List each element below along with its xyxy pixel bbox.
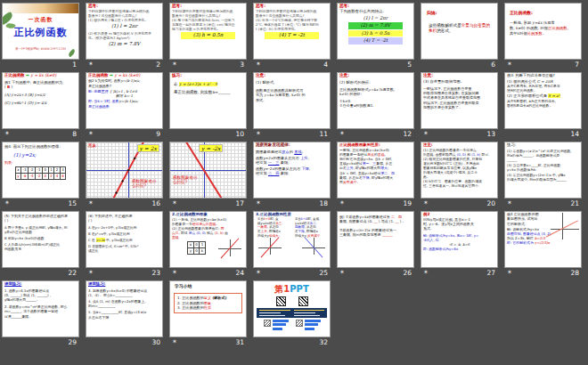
banner-text-bar xyxy=(294,310,325,311)
slide-thumbnail[interactable]: 注意:(2) 解析式的特征: 正比例函数解析式y=kx (k是常数,k≠0) 的… xyxy=(338,73,413,128)
slide-thumbnail[interactable]: 例) ①若函数y=kx的图象经过第 二、四象限, 则图象过点 (0, __ ) … xyxy=(338,212,413,267)
slide-thumbnail[interactable]: 注意:(1) 正比例函数的图象是一条过原点的直线, 画图时取两点 (0, 0) … xyxy=(421,142,497,198)
animation-indicator-icon[interactable]: ✶ xyxy=(172,270,177,276)
animation-indicator-icon[interactable]: ✶ xyxy=(172,61,177,68)
slide-thumbnail[interactable]: 一次函数正比例函数第一PPT模板网站 WWW.1PPT.COM xyxy=(3,4,78,59)
slide-thumbnail[interactable]: 思考:下列问题中的变量对应规律可用怎样的函数表示? 这些函数有什么共同点?(3)… xyxy=(170,4,246,59)
slide-strip: ✶4 xyxy=(254,59,330,70)
animation-indicator-icon[interactable]: ✶ xyxy=(423,270,429,276)
slide-strip: ✶19 xyxy=(338,198,413,209)
animation-indicator-icon[interactable]: ✶ xyxy=(507,61,512,68)
animation-indicator-icon[interactable]: ✶ xyxy=(172,339,177,345)
animation-indicator-icon[interactable]: ✶ xyxy=(423,200,429,207)
slide-thumbnail[interactable]: (5) 下列关于正比例函数的叙述正确的是( )A 两个变量x, y 成正比例时,… xyxy=(3,212,78,267)
x-axis xyxy=(551,229,579,230)
slide-cell: y = -2x函数图象有什么特征?✶17 xyxy=(170,142,246,209)
animation-indicator-icon[interactable]: ✶ xyxy=(339,270,345,276)
slide-thumbnail[interactable]: 例2已知y与x成正比例, 且当x=-1时, y=-6。求y与x之间的函数关系式.… xyxy=(421,212,497,267)
formula-row: (1) l = 2πr xyxy=(348,15,403,22)
animation-indicator-icon[interactable]: ✶ xyxy=(88,200,94,207)
text-line: (1) y=2x; xyxy=(12,152,78,158)
mini-graph xyxy=(302,238,325,255)
animation-indicator-icon[interactable]: ✶ xyxy=(256,61,261,68)
slide-thumbnail[interactable]: 课堂练习:3. 如果函数y=kx(k≠0) 的图象经过点(1, -4) 。那么k… xyxy=(86,281,162,337)
slide-strip: ✶18 xyxy=(254,198,330,209)
slide-thumbnail[interactable]: y = -2x函数图象有什么特征? xyxy=(170,142,246,198)
animation-indicator-icon[interactable]: ✶ xyxy=(339,131,345,137)
slide-thumbnail[interactable]: 2.正比例函数的图象(1) 一般地, 正比例函数y=kx (k≠0)的图象是一条… xyxy=(170,212,246,267)
text-line: 若 y = (a+3)x + a² - 9 xyxy=(172,82,246,87)
table-cell: k xyxy=(200,247,206,254)
text-span: , 从左向 xyxy=(267,225,279,229)
animation-indicator-icon[interactable]: ✶ xyxy=(507,270,512,276)
slide-cell: 正比例函数 ⇔ y = kx (k≠0)例2 k为何值时, 函数y=(k-1)x… xyxy=(86,73,162,140)
animation-indicator-icon[interactable]: ✶ xyxy=(4,131,10,137)
animation-indicator-icon[interactable]: ✶ xyxy=(256,200,261,207)
slide-thumbnail[interactable]: 例3: 判断下列说法是否正确?(1) 圆的周长公式 C = 2πR其中C是周长,… xyxy=(505,73,581,128)
text-span: (k是常数, xyxy=(378,87,395,92)
slide-thumbnail[interactable]: 观察图象发现规律:两图象都是经过原点的 直线;函数y=2x的图象从左向右 上升,… xyxy=(254,142,330,198)
text-span: 性, 三者知道其一, 就可知道其它两个. xyxy=(423,183,479,188)
slide-cell: 课堂练习:3. 如果函数y=kx(k≠0) 的图象经过点(1, -4) 。那么k… xyxy=(86,281,162,348)
slide-thumbnail[interactable]: 第1PPT xyxy=(254,281,330,337)
graph-caption: 函数图象有什么特征? xyxy=(173,175,198,185)
slide-thumbnail[interactable]: (6) 下列叙述中, 不正确的是( )A 在y=-2x+0中, y与x成正比例B… xyxy=(86,212,162,267)
slide-strip: ✶26 xyxy=(338,267,413,279)
slide-strip: 6 xyxy=(421,59,497,70)
qr-code xyxy=(298,296,308,306)
text-line: 经过第 一、三 象限; xyxy=(254,160,330,166)
slide-thumbnail[interactable]: 归纳:这些函数解析式是常量与自变量的乘积的形式。 xyxy=(421,4,497,59)
text-span: 第二、 xyxy=(310,222,320,225)
text-span: ______ xyxy=(507,158,517,162)
animation-indicator-icon[interactable]: ✶ xyxy=(172,200,177,207)
animation-indicator-icon[interactable]: ✶ xyxy=(256,131,261,137)
animation-indicator-icon[interactable]: ✶ xyxy=(88,131,94,137)
slide-thumbnail[interactable]: 例4 正比例函数的图象如图所示, 试写出它的解析式.解: 设解析式为y=kx由图… xyxy=(505,212,581,267)
slide-thumbnail[interactable]: 课堂练习:1. 函数y=6.5x的图象经过点(0, ______) 和点 (1,… xyxy=(3,281,78,337)
slide-thumbnail[interactable]: 正比例函数 ⇔ y = kx (k≠0)例2 k为何值时, 函数y=(k-1)x… xyxy=(86,73,162,128)
animation-indicator-icon[interactable]: ✶ xyxy=(88,61,94,68)
slide-thumbnail[interactable]: 正比例函数:一般地, 形如 y=kx (k是常数, k≠0) 的函数, 叫做正比… xyxy=(505,4,581,59)
animation-indicator-icon[interactable]: ✶ xyxy=(88,270,94,276)
text-line: A 在y=-2x+0中, y与x成正比例 xyxy=(86,225,162,230)
slide-thumbnail[interactable]: 正比例函数图象的性质: 一般地, 正比例函数y=kx (k≠0)的图象是一条经过… xyxy=(338,142,413,198)
animation-indicator-icon[interactable]: ✶ xyxy=(507,200,512,207)
text-span: 三象限, 则m的取值范围是 xyxy=(339,232,382,237)
text-span: 面积S是边长a的正比例函数。 xyxy=(507,103,553,108)
slide-thumbnail[interactable]: 练习:(1) 若函数y=(a-2)x^(a²-3)是正比例函数,则a的值为___… xyxy=(505,142,581,198)
text-line: 而反而减小。 xyxy=(338,180,413,184)
slide-number: 18 xyxy=(319,200,328,207)
animation-indicator-icon[interactable]: ✶ xyxy=(4,200,10,207)
slide-thumbnail[interactable]: 思考:下列问题中的变量对应规律可用怎样的函数表示? 这些函数有什么共同点?(1)… xyxy=(86,4,162,59)
slide-thumbnail[interactable]: 学习小结1. 正比例函数的定义 (解析式)2. 正比例函数的图象3. 正比例函数… xyxy=(170,281,246,337)
data-point xyxy=(115,191,118,194)
slide-cell: (5) 下列关于正比例函数的叙述正确的是( )A 两个变量x, y 成正比例时,… xyxy=(3,212,78,279)
text-line: 3. 正比例函数的性质 xyxy=(176,305,241,310)
text-span: 即: 它的解析式为 xyxy=(507,240,535,245)
animation-indicator-icon[interactable]: ✶ xyxy=(256,270,261,276)
text-span: 是正比例函数 xyxy=(88,104,110,109)
slide-number: 23 xyxy=(151,270,160,277)
animation-indicator-icon[interactable]: ✶ xyxy=(339,200,345,207)
link-cluster xyxy=(296,320,321,330)
slide-thumbnail[interactable]: 注意:(3) 自变量的取值范围。 一般情况下, 正比例函数自变量的取值范围是全体… xyxy=(421,73,497,128)
slide-thumbnail[interactable]: 练习:若 y = (a+3)x + a² - 9是正比例函数, 则实数a=___… xyxy=(170,73,246,128)
animation-indicator-icon[interactable]: ✶ xyxy=(423,131,429,137)
slide-strip: 32 xyxy=(254,337,330,348)
text-span: k≠0) 的特征: xyxy=(339,92,362,96)
slide-thumbnail[interactable]: y = 2x函数图象有什么特征?图象: xyxy=(86,142,162,198)
slide-strip: ✶11 xyxy=(254,128,330,140)
slide-strip: ✶2 xyxy=(86,59,162,70)
slide-thumbnail[interactable]: 正比例函数 ⇔ y = kx (k≠0)例1 下列函数中, 是正比例函数的为( … xyxy=(3,73,78,128)
slide-thumbnail[interactable]: 注意:(1) 解析式. 函数是正比例函数其解析式可化为 y=kx (k是常数, … xyxy=(254,73,330,128)
slide-number: 16 xyxy=(151,200,160,207)
formula-row: (1) l = 2πr xyxy=(97,23,151,30)
slide-thumbnail[interactable]: 思考:下列函数有什么共同特点。(1) l = 2πr(2) m = 7.8V(3… xyxy=(338,4,413,59)
slide-thumbnail[interactable]: 3.正比例函数的性质①当k>0时, 直线y=kx经过第三、一象限, 从左向右上升… xyxy=(254,212,330,267)
table-cell: -2 xyxy=(36,174,43,180)
slide-cell: 课堂练习:1. 函数y=6.5x的图象经过点(0, ______) 和点 (1,… xyxy=(3,281,78,348)
slide-thumbnail[interactable]: 例4: 画出下列正比例函数的图像:(1) y=2x;列表:x-3-2-10123… xyxy=(3,142,78,198)
text-span: (1, k) xyxy=(215,231,224,235)
slide-thumbnail[interactable]: 思考:下列问题中的变量对应规律可用怎样的函数表示? 这些函数有什么共同点?(4)… xyxy=(254,4,330,59)
slide-cell: 练习:若 y = (a+3)x + a² - 9是正比例函数, 则实数a=___… xyxy=(170,73,246,140)
